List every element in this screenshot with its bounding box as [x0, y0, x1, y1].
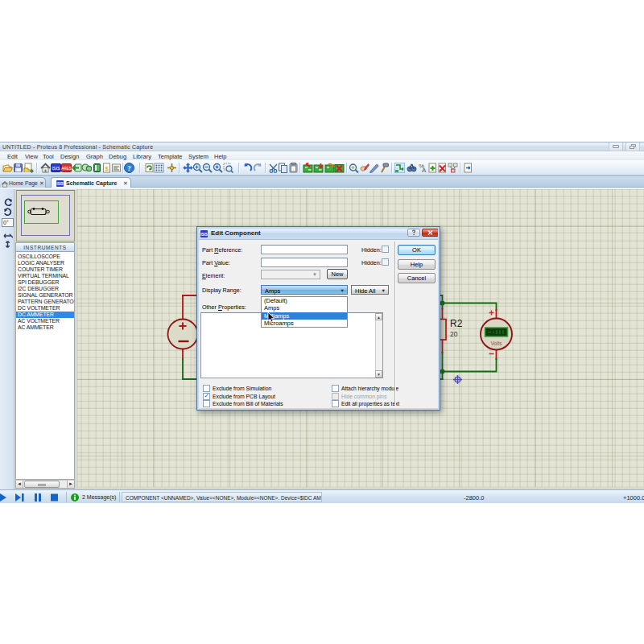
svg-text:ISIS: ISIS [52, 166, 60, 171]
svg-text:20: 20 [450, 330, 458, 338]
svg-text:Volts: Volts [491, 341, 502, 346]
svg-text:R2: R2 [450, 318, 463, 329]
svg-text:ARES: ARES [61, 167, 72, 171]
svg-text:?: ? [127, 164, 131, 172]
svg-text:$: $ [105, 165, 109, 172]
svg-text:ISIS: ISIS [56, 182, 64, 186]
svg-text:A: A [422, 167, 427, 173]
svg-text:ISIS: ISIS [200, 232, 208, 236]
